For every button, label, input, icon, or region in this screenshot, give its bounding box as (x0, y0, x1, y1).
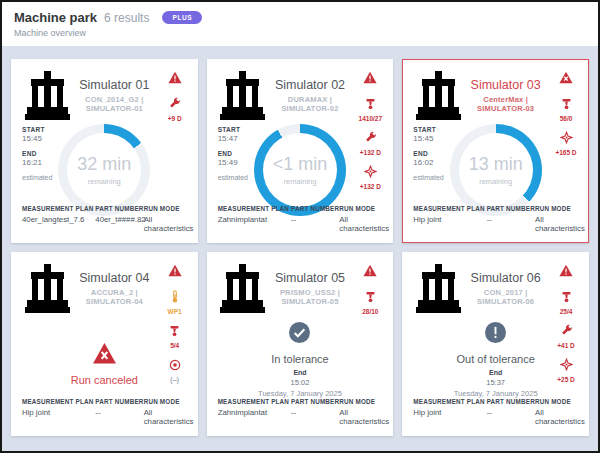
warning-triangle-icon[interactable] (363, 263, 377, 281)
measurement-plan-label: MEASUREMENT PLAN (413, 205, 486, 212)
status-block: In tolerance End 15:02 Tuesday, 7 Januar… (217, 322, 384, 398)
probe-icon[interactable] (560, 96, 573, 114)
schedule-block: START 15:45 END 16:02 estimated (413, 126, 443, 181)
alert-column: 56/0 +165 D (551, 70, 581, 156)
machine-card-simulator-01[interactable]: Simulator 01 CON_2014_G2 | SIMULATOR-01 … (11, 59, 198, 243)
probe-icon[interactable] (364, 96, 377, 114)
alert-label: (--) (170, 376, 179, 383)
card-footer: MEASUREMENT PLANHip joint PART NUMBER-- … (22, 398, 189, 426)
part-number-label: PART NUMBER (95, 398, 143, 405)
part-number-label: PART NUMBER (291, 205, 339, 212)
alert-label: 28/10 (362, 308, 378, 315)
sensor-diamond-icon[interactable] (364, 164, 377, 182)
machine-card-simulator-05[interactable]: Simulator 05 PRISMO_USS2 | SIMULATOR-05 … (207, 252, 394, 436)
card-title: Simulator 02 (269, 78, 352, 92)
plus-badge: PLUS (162, 11, 202, 24)
estimated-label: estimated (218, 174, 248, 181)
measurement-plan-value: Zahnimplantat (218, 408, 291, 417)
thermometer-icon[interactable] (171, 289, 179, 307)
part-number-value: -- (487, 408, 535, 417)
status-text: Run canceled (71, 374, 138, 386)
status-date: Tuesday, 7 January 2025 (454, 389, 538, 398)
measurement-plan-value: Hip joint (413, 408, 486, 417)
progress-ring: 32 min remaining (58, 124, 150, 216)
card-footer: MEASUREMENT PLANZahnimplantat PART NUMBE… (218, 205, 385, 233)
page-title: Machine park (14, 10, 97, 25)
card-subtitle: CenterMax | SIMULATOR-03 (464, 95, 547, 113)
end-label: END (22, 150, 52, 157)
check-circle-icon (289, 322, 310, 347)
warning-triangle-icon[interactable] (168, 263, 182, 281)
measurement-plan-label: MEASUREMENT PLAN (218, 398, 291, 405)
app-window: Machine park 6 results PLUS Machine over… (0, 0, 600, 453)
machine-card-simulator-04[interactable]: Simulator 04 ACCURA_2 | SIMULATOR-04 WP1… (11, 252, 198, 436)
start-label: START (22, 126, 52, 133)
probe-icon[interactable] (364, 289, 377, 307)
measurement-plan-label: MEASUREMENT PLAN (413, 398, 486, 405)
wrench-icon[interactable] (168, 96, 181, 114)
machine-card-simulator-02[interactable]: Simulator 02 DURAMAX | SIMULATOR-02 1410… (207, 59, 394, 243)
part-number-value: -- (95, 408, 143, 417)
part-number-label: PART NUMBER (95, 205, 143, 212)
card-subtitle: CON_2014_G2 | SIMULATOR-01 (73, 95, 156, 113)
probe-icon[interactable] (560, 289, 573, 307)
status-end-label: End (489, 369, 502, 376)
alert-label: 5/4 (170, 342, 179, 349)
card-title: Simulator 04 (73, 271, 156, 285)
machine-card-simulator-06[interactable]: Simulator 06 CON_2017 | SIMULATOR-06 25/… (402, 252, 589, 436)
part-number-label: PART NUMBER (487, 398, 535, 405)
run-canceled-icon (92, 342, 117, 368)
status-text: Out of tolerance (457, 353, 535, 365)
part-number-value: -- (291, 215, 339, 224)
measurement-plan-label: MEASUREMENT PLAN (22, 205, 95, 212)
estimated-label: estimated (413, 174, 443, 181)
remaining-label: remaining (284, 177, 317, 186)
remaining-label: remaining (479, 177, 512, 186)
end-label: END (413, 150, 443, 157)
results-count: 6 results (104, 11, 149, 25)
machine-image (217, 69, 269, 121)
alert-label: +132 D (360, 183, 381, 190)
run-mode-label: RUN MODE (144, 205, 189, 212)
wrench-icon[interactable] (364, 130, 377, 148)
progress-ring: 13 min remaining (450, 124, 542, 216)
warning-x-triangle-icon[interactable] (559, 70, 573, 88)
start-time: 15:47 (218, 134, 248, 143)
run-mode-value: All characteristics (535, 215, 580, 233)
probe-icon[interactable] (168, 323, 181, 341)
record-circle-icon[interactable] (169, 357, 181, 375)
start-label: START (218, 126, 248, 133)
alert-label: +165 D (555, 149, 576, 156)
remaining-label: remaining (88, 177, 121, 186)
card-subtitle: PRISMO_USS2 | SIMULATOR-05 (269, 288, 352, 306)
part-number-value: -- (487, 215, 535, 224)
run-mode-label: RUN MODE (535, 398, 580, 405)
page-header: Machine park 6 results PLUS Machine over… (2, 2, 598, 46)
estimated-label: estimated (22, 174, 52, 181)
machine-image (217, 262, 269, 314)
machine-image (21, 262, 73, 314)
end-time: 16:21 (22, 158, 52, 167)
alert-column: 1410/27 +132 D +132 D (355, 70, 385, 190)
sensor-diamond-icon[interactable] (560, 357, 573, 375)
measurement-plan-value: Zahnimplantat (218, 215, 291, 224)
card-footer: MEASUREMENT PLAN40er_langtest_7.6 PART N… (22, 205, 189, 233)
measurement-plan-value: 40er_langtest_7.6 (22, 215, 95, 224)
exclamation-circle-icon (485, 322, 506, 347)
time-remaining: 13 min (469, 154, 523, 175)
measurement-plan-label: MEASUREMENT PLAN (22, 398, 95, 405)
end-time: 15:49 (218, 158, 248, 167)
warning-triangle-icon[interactable] (559, 263, 573, 281)
machine-grid: Simulator 01 CON_2014_G2 | SIMULATOR-01 … (2, 46, 598, 436)
sensor-diamond-icon[interactable] (560, 130, 573, 148)
measurement-plan-label: MEASUREMENT PLAN (218, 205, 291, 212)
wrench-icon[interactable] (560, 323, 573, 341)
alert-label: +25 D (557, 376, 575, 383)
warning-triangle-icon[interactable] (363, 70, 377, 88)
machine-card-simulator-03[interactable]: Simulator 03 CenterMax | SIMULATOR-03 56… (402, 59, 589, 243)
end-time: 16:02 (413, 158, 443, 167)
run-mode-label: RUN MODE (339, 398, 384, 405)
warning-triangle-icon[interactable] (168, 70, 182, 88)
schedule-block: START 15:47 END 15:49 estimated (218, 126, 248, 181)
status-text: In tolerance (271, 353, 328, 365)
